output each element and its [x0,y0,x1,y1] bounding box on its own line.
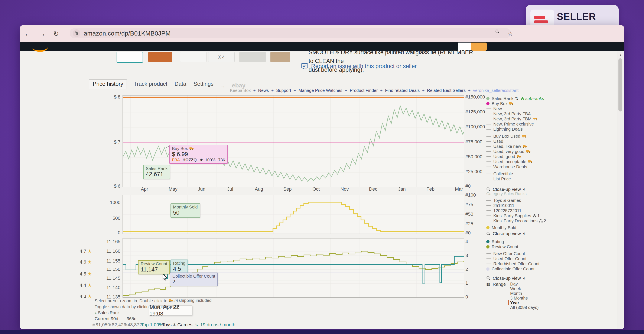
bottom-edge-bar [0,330,644,334]
keepa-nav-links: Keepa Box✦News✦Support✦Manage Price Watc… [230,88,518,93]
truck-icon [190,147,194,151]
toggle-icon[interactable]: ◐ [523,275,526,281]
product-thumbnail[interactable] [116,52,143,63]
stat-col-header: Current [94,316,110,321]
axis-tick: #50 [466,211,473,217]
closeup-toggle-3[interactable]: Close-up view ◐ [486,275,526,281]
tab-settings[interactable]: Settings [193,80,214,89]
range-option-month[interactable]: Month [510,291,538,296]
legend-item-kids-party-decorations[interactable]: Kids' Party Decorations2 [486,218,546,223]
scrollbar-up-icon[interactable]: ▲ [618,51,623,57]
legend-item-120225722011[interactable]: 120225722011 [486,208,546,213]
report-issue-row[interactable]: Report an issue with this product or sel… [301,63,416,70]
product-thumbnail[interactable]: X 4 [208,52,235,62]
bookmark-star-icon[interactable]: ☆ [508,30,513,37]
site-settings-icon[interactable] [73,29,80,37]
legend-item-sales-rank[interactable]: Sales Rank⇅sub-ranks [486,96,544,101]
range-option-all-3098-days-[interactable]: All (3098 days) [510,305,538,310]
keepa-link-related-best-sellers[interactable]: Related Best Sellers [427,88,466,93]
dot-marker [486,240,490,243]
reload-button[interactable]: ↻ [53,30,59,38]
legend-item-251910011[interactable]: 251910011 [486,203,546,208]
separator-icon: ✦ [271,89,274,93]
legend-item-new-3rd-party-fbm[interactable]: New, 3rd Party FBM [486,116,544,122]
keepa-link-keepa-box[interactable]: Keepa Box [230,88,251,93]
tooltip-value: 11,147 [141,266,167,273]
axis-tick: 2 [466,267,468,272]
truck-icon [169,299,173,302]
keepa-link-support[interactable]: Support [276,88,291,93]
legend-item-collectible[interactable]: Collectible [486,171,544,176]
toggle-icon[interactable]: ◐ [523,231,526,236]
dash-marker [486,141,491,142]
legend-item-collectible-offer-count[interactable]: Collectible Offer Count [486,266,539,271]
legend-item-refurbished-offer-count[interactable]: Refurbished Offer Count [486,261,539,266]
report-issue-link[interactable]: Report an issue with this product or sel… [311,63,416,70]
keepa-link-product-finder[interactable]: Product Finder [350,88,378,93]
dash-marker [486,179,491,179]
product-thumbnail[interactable] [239,52,266,62]
legend-item-monthly-sold[interactable]: Monthly Sold [486,225,546,230]
keepa-link-manage-price-watches[interactable]: Manage Price Watches [298,88,342,93]
legend-item-buy-box[interactable]: Buy Box [486,101,544,106]
zoom-icon[interactable] [495,29,500,34]
legend-item-used-good[interactable]: Used, good [486,154,544,159]
legend-item-kids-party-supplies[interactable]: Kids' Party Supplies1 [486,213,546,218]
product-thumbnail[interactable] [148,52,172,62]
legend-item-warehouse-deals[interactable]: Warehouse Deals [486,164,544,169]
tab-data[interactable]: Data [174,80,187,89]
page-scrollbar[interactable]: ▲ [618,51,623,329]
dash-marker [486,253,491,254]
closeup-toggle-1[interactable]: Close-up view ◐ [486,186,526,192]
dot-marker [486,245,490,248]
keepa-link-news[interactable]: News [258,88,269,93]
tooltip-title: Review Count [141,261,167,266]
legend-item-new-offer-count[interactable]: New Offer Count [486,251,539,256]
range-option-week[interactable]: Week [510,286,538,291]
keepa-link-find-related-deals[interactable]: Find related Deals [385,88,420,93]
legend-item-toys-games[interactable]: Toys & Games [486,198,546,203]
month-label: Apr [135,186,154,192]
url-text[interactable]: amazon.com/dp/B01KMB0JPM [84,30,171,37]
dash-marker [486,167,491,167]
dash-marker [486,124,491,125]
product-thumbnail[interactable] [270,52,290,62]
axis-tick: 3 [466,253,468,258]
url-bar[interactable]: amazon.com/dp/B01KMB0JPM [70,28,511,38]
legend-item-used-like-new[interactable]: Used, like new [486,144,544,149]
range-option-3-months[interactable]: 3 Months [510,296,538,300]
product-thumbnail[interactable] [180,52,206,62]
logo-bar-2 [534,20,548,23]
category-sales-ranks-heading: Category Sales Ranks [486,191,526,196]
legend-item-list-price[interactable]: List Price [486,176,544,181]
rating-star-icon: ★ [200,158,203,162]
tooltip-title: Rating [173,261,186,266]
forward-button[interactable]: → [39,30,46,38]
legend-item-new[interactable]: New [486,106,544,111]
closeup-toggle-2[interactable]: Close-up view ◐ [486,231,526,236]
price-chart-plot[interactable] [122,95,464,187]
legend-item-rating[interactable]: Rating [486,239,539,244]
legend-item-used[interactable]: Used [486,139,544,144]
legend-item-buy-box-used[interactable]: Buy Box Used [486,134,544,139]
legend-item-new-3rd-party-fba[interactable]: New, 3rd Party FBA [486,111,544,116]
dot-marker [486,102,490,105]
amazon-logo-icon[interactable] [32,45,48,52]
legend-item-review-count[interactable]: Review Count [486,244,539,249]
scrollbar-thumb[interactable] [618,58,622,112]
legend-item-used-acceptable[interactable]: Used, acceptable [486,159,544,164]
category-rank: 2 [544,218,546,223]
legend-item-lightning-deals[interactable]: Lightning Deals [486,127,544,132]
tab-track-product[interactable]: Track product [133,80,168,89]
tab-price-history[interactable]: Price history [89,79,127,89]
range-option-year[interactable]: Year [508,300,538,305]
back-button[interactable]: ← [24,30,31,38]
legend-item-new-prime-exclusive[interactable]: New, Prime exclusive [486,122,544,127]
legend-item-used-offer-count[interactable]: Used Offer Count [486,256,539,261]
keepa-link-veronika_sellerassistant[interactable]: veronika_sellerassistant [473,88,518,93]
toggle-icon[interactable]: ◐ [523,186,526,192]
sub-ranks-link[interactable]: sub-ranks [525,96,544,101]
sort-icon[interactable]: ⇅ [515,96,518,101]
range-option-day[interactable]: Day [510,282,538,286]
legend-item-used-very-good[interactable]: Used, very good [486,149,544,154]
